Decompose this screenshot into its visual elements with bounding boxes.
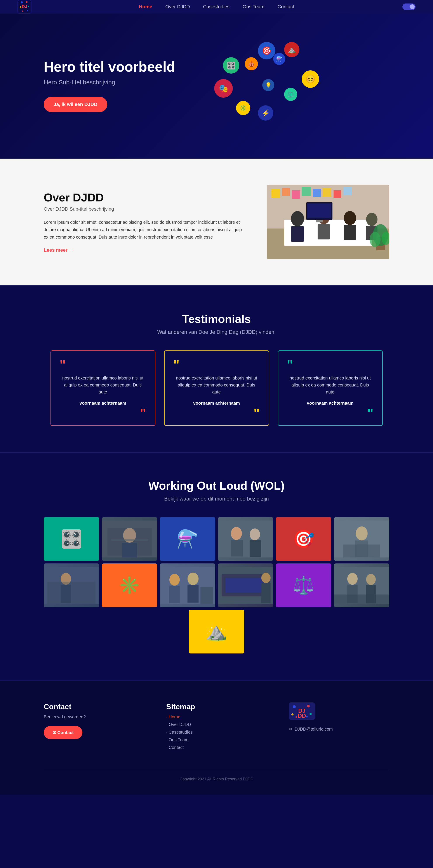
svg-rect-23 — [292, 190, 300, 198]
quote-open-1: " — [60, 360, 146, 370]
sitemap-item-team[interactable]: · Ons Team — [166, 737, 267, 742]
sitemap-link-contact[interactable]: · Contact — [166, 745, 183, 750]
footer-contact-sub: Benieuwd geworden? — [44, 714, 144, 719]
sitemap-link-case[interactable]: · Casestudies — [166, 730, 193, 735]
wol-photo-svg-4 — [44, 563, 99, 607]
svg-rect-24 — [302, 187, 311, 196]
office-svg — [267, 185, 389, 259]
wol-photo-svg-6 — [218, 563, 273, 607]
svg-point-70 — [291, 713, 293, 715]
svg-rect-19 — [307, 204, 331, 218]
hero-section: Hero titel voorbeeld Hero Sub-titel besc… — [0, 13, 433, 158]
quote-close-1: " — [60, 410, 146, 416]
svg-rect-61 — [261, 583, 270, 603]
sitemap-item-home[interactable]: · Home — [166, 714, 267, 719]
svg-point-31 — [370, 232, 380, 247]
wol-icon-3: ⚗️ — [177, 529, 199, 549]
svg-text:DJ: DJ — [22, 4, 27, 9]
testimonial-name-1: voornaam achternaam — [60, 401, 146, 406]
quote-open-2: " — [173, 360, 260, 370]
svg-rect-11 — [291, 226, 304, 242]
svg-point-1 — [26, 1, 28, 3]
sitemap-item-over[interactable]: · Over DJDD — [166, 722, 267, 727]
wol-section: Working Out Loud (WOL) Bekijk waar we op… — [0, 453, 433, 680]
svg-rect-15 — [344, 225, 356, 240]
wol-cell-9 — [160, 563, 215, 607]
wol-cell-3: ⚗️ — [160, 517, 215, 561]
hero-subtitle: Hero Sub-titel beschrijving — [44, 79, 197, 86]
footer-copyright: Copyright 2021 All Rights Reserved DJDD — [44, 770, 389, 781]
over-read-more[interactable]: Lees meer → — [44, 247, 245, 253]
footer-top: Contact Benieuwd geworden? ✉ Contact Sit… — [44, 703, 389, 753]
testimonials-section: Testimonials Wat anderen van Doe Je Ding… — [0, 286, 433, 452]
quote-close-2: " — [173, 410, 260, 416]
arrow-icon: → — [70, 247, 75, 253]
nav-over-djdd[interactable]: Over DJDD — [165, 4, 190, 10]
footer-logo-col: DJ DD ✉ DJDD@telluric.com — [289, 703, 389, 753]
svg-point-69 — [307, 705, 310, 707]
hero-cta-button[interactable]: Ja, ik wil een DJDD — [44, 97, 107, 112]
footer-contact-button[interactable]: ✉ Contact — [44, 726, 82, 739]
float-icon-1: 🎯 — [258, 42, 276, 59]
wol-cell-8: ✳️ — [102, 563, 157, 607]
footer-contact-title: Contact — [44, 703, 144, 711]
svg-rect-22 — [282, 188, 290, 196]
svg-point-3 — [28, 6, 29, 7]
sitemap-link-home[interactable]: · Home — [166, 714, 180, 719]
wol-cell-11: ⚖️ — [276, 563, 331, 607]
quote-open-3: " — [287, 360, 374, 370]
over-content: Over DJDD Over DJDD Sub-titel beschrijvi… — [44, 191, 245, 253]
svg-point-71 — [310, 713, 312, 715]
nav-casestudies[interactable]: Casestudies — [203, 4, 230, 10]
float-icon-4: 🎪 — [245, 57, 258, 70]
svg-point-72 — [295, 716, 297, 718]
svg-point-73 — [306, 716, 308, 717]
wol-photo-svg-3 — [334, 517, 389, 561]
toggle-switch[interactable] — [402, 3, 415, 10]
copyright-text: Copyright 2021 All Rights Reserved DJDD — [180, 777, 253, 781]
svg-point-0 — [21, 1, 23, 3]
sitemap-links: · Home · Over DJDD · Casestudies · Ons T… — [166, 714, 267, 750]
sitemap-item-contact[interactable]: · Contact — [166, 745, 267, 750]
logo[interactable]: DJ — [18, 0, 31, 14]
wol-icon-5: 🎯 — [293, 529, 315, 549]
navbar: DJ Home Over DJDD Casestudies Ons Team C… — [0, 0, 433, 13]
svg-rect-56 — [200, 587, 213, 603]
footer-logo: DJ DD — [289, 703, 315, 720]
wol-icon-8: ✳️ — [118, 575, 140, 595]
theme-toggle[interactable] — [402, 3, 415, 10]
testimonial-text-2: nostrud exercitation ullamco laboris nis… — [173, 374, 260, 396]
footer-contact-col: Contact Benieuwd geworden? ✉ Contact — [44, 703, 144, 753]
wol-icon-11: ⚖️ — [293, 575, 315, 595]
nav-ons-team[interactable]: Ons Team — [242, 4, 264, 10]
svg-point-14 — [344, 211, 356, 225]
svg-rect-25 — [313, 189, 321, 197]
nav-home[interactable]: Home — [139, 4, 152, 10]
svg-rect-37 — [107, 528, 152, 556]
sitemap-link-over[interactable]: · Over DJDD — [166, 722, 191, 727]
hero-title: Hero titel voorbeeld — [44, 59, 197, 74]
nav-contact[interactable]: Contact — [278, 4, 294, 10]
testimonial-text-3: nostrud exercitation ullamco laboris nis… — [287, 374, 374, 396]
wol-cell-6 — [334, 517, 389, 561]
svg-point-10 — [291, 211, 304, 226]
testimonials-grid: " nostrud exercitation ullamco laboris n… — [44, 350, 389, 426]
svg-point-52 — [169, 574, 180, 586]
sitemap-link-team[interactable]: · Ons Team — [166, 737, 189, 742]
footer-email-text: DJDD@telluric.com — [295, 727, 333, 732]
over-image — [267, 185, 389, 259]
footer-sitemap-title: Sitemap — [166, 703, 267, 711]
svg-point-68 — [293, 705, 296, 708]
svg-point-41 — [250, 528, 260, 540]
wol-cell-13: ⛰️ — [189, 610, 244, 653]
sitemap-item-case[interactable]: · Casestudies — [166, 730, 267, 735]
svg-rect-59 — [225, 578, 266, 593]
svg-rect-55 — [187, 585, 199, 602]
testimonials-subtitle: Wat anderen van Doe Je Ding Dag (DJDD) v… — [44, 329, 389, 335]
footer: Contact Benieuwd geworden? ✉ Contact Sit… — [0, 681, 433, 795]
svg-rect-26 — [323, 188, 331, 197]
float-icon-2: ⛰️ — [284, 42, 299, 57]
testimonial-text-1: nostrud exercitation ullamco laboris nis… — [60, 374, 146, 396]
svg-point-5 — [27, 10, 28, 11]
float-icon-6: 😊 — [301, 70, 319, 88]
